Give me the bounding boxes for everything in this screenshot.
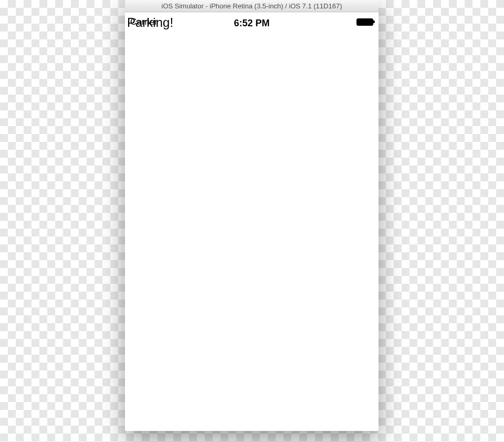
status-bar: Carrier Parking! 6:52 PM [125, 13, 379, 34]
device-screen: Carrier Parking! 6:52 PM [125, 12, 379, 431]
window-title: iOS Simulator - iPhone Retina (3.5-inch)… [162, 2, 342, 10]
status-clock: 6:52 PM [234, 18, 269, 29]
parking-label: Parking! [127, 15, 173, 30]
app-content-area[interactable] [125, 34, 379, 431]
window-titlebar[interactable]: iOS Simulator - iPhone Retina (3.5-inch)… [125, 0, 379, 12]
battery-icon [356, 18, 373, 26]
simulator-window: iOS Simulator - iPhone Retina (3.5-inch)… [125, 0, 379, 431]
page-background: iOS Simulator - iPhone Retina (3.5-inch)… [0, 0, 504, 442]
